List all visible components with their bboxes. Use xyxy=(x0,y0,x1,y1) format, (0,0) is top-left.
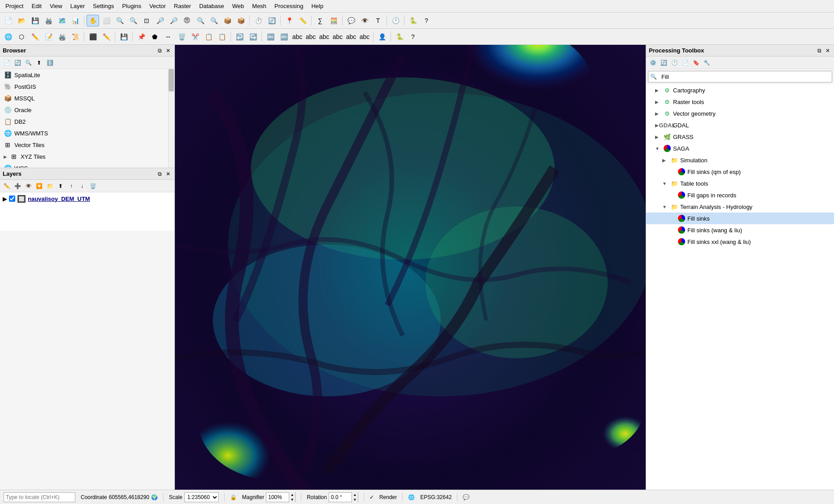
browser-info-btn[interactable]: ℹ️ xyxy=(45,58,55,68)
digitize-btn5[interactable]: 🖨️ xyxy=(56,31,68,43)
layers-delete-btn[interactable]: 🗑️ xyxy=(88,181,98,191)
menu-vector[interactable]: Vector xyxy=(146,2,169,10)
magnifier-spinbox[interactable]: 100% ▲ ▼ xyxy=(266,492,295,502)
menu-settings[interactable]: Settings xyxy=(89,2,117,10)
cut-features[interactable]: ✂️ xyxy=(189,31,201,43)
label-btn6[interactable]: abc xyxy=(331,31,344,43)
paste-features[interactable]: 📋 xyxy=(216,31,228,43)
browser-item-oracle[interactable]: 💿 Oracle xyxy=(0,104,174,116)
layers-open-btn[interactable]: ✏️ xyxy=(2,181,12,191)
browser-filter-btn[interactable]: 🔍 xyxy=(23,58,33,68)
map-tips[interactable]: 📦 xyxy=(221,15,234,26)
zoom-full-btn[interactable]: ⊡ xyxy=(140,15,153,26)
proc-bookmark-btn[interactable]: 🔖 xyxy=(691,58,701,68)
move-feature-btn[interactable]: ↔️ xyxy=(162,31,174,43)
proc-results-btn[interactable]: 📄 xyxy=(680,58,690,68)
menu-processing[interactable]: Processing xyxy=(271,2,307,10)
label-btn1[interactable]: 🔤 xyxy=(264,31,277,43)
add-poly-btn[interactable]: ⬟ xyxy=(148,31,161,43)
delete-selected[interactable]: 🗑️ xyxy=(175,31,188,43)
browser-item-mssql[interactable]: 📦 MSSQL xyxy=(0,92,174,104)
menu-mesh[interactable]: Mesh xyxy=(248,2,270,10)
rotation-up[interactable]: ▲ xyxy=(352,492,358,497)
tree-item-terrain-hydrology[interactable]: ▼ 📁 Terrain Analysis - Hydrology xyxy=(646,201,834,213)
pan-to-selection[interactable]: ⬜ xyxy=(100,15,113,26)
refresh-btn[interactable]: 🔄 xyxy=(265,15,278,26)
toolbox-search-input[interactable] xyxy=(659,74,832,80)
zoom-in-alt[interactable]: 🔍 xyxy=(194,15,207,26)
zoom-out-btn[interactable]: 🔍 xyxy=(127,15,139,26)
layers-close-btn[interactable]: ✕ xyxy=(165,170,172,178)
zoom-layer-btn[interactable]: 🔎 xyxy=(154,15,166,26)
digitize-btn1[interactable]: 🌐 xyxy=(2,31,14,43)
layer-dem-name[interactable]: nauvalisoy_DEM_UTM xyxy=(28,196,90,202)
add-feature-btn[interactable]: 📌 xyxy=(135,31,148,43)
save-project-btn[interactable]: 💾 xyxy=(29,15,41,26)
preview-btn[interactable]: 👁️ xyxy=(358,15,371,26)
layers-filter-btn[interactable]: 🔽 xyxy=(34,181,44,191)
layers-down-btn[interactable]: ↓ xyxy=(77,181,87,191)
digitize-btn2[interactable]: ⬡ xyxy=(15,31,28,43)
magnifier-up[interactable]: ▲ xyxy=(289,492,295,497)
text-btn[interactable]: T xyxy=(372,15,384,26)
browser-item-vector-tiles[interactable]: ⊞ Vector Tiles xyxy=(0,139,174,151)
label-btn2[interactable]: 🔤 xyxy=(278,31,290,43)
measure-btn[interactable]: 📏 xyxy=(296,15,309,26)
proc-recent-btn[interactable]: 🕐 xyxy=(669,58,679,68)
magnifier-down[interactable]: ▼ xyxy=(289,497,295,502)
rotation-spinbox[interactable]: 0.0 ° ▲ ▼ xyxy=(329,492,358,502)
layers-visibility-btn[interactable]: 👁️ xyxy=(23,181,33,191)
identify-btn[interactable]: ⏱️ xyxy=(252,15,265,26)
pan-tool[interactable]: ✋ xyxy=(87,15,99,26)
save-as-btn[interactable]: 🖨️ xyxy=(42,15,55,26)
proc-history-btn[interactable]: 🔄 xyxy=(659,58,669,68)
proc-settings-btn[interactable]: ⚙️ xyxy=(648,58,658,68)
python-btn[interactable]: 🐍 xyxy=(407,15,419,26)
help-btn2[interactable]: ? xyxy=(407,31,419,43)
menu-edit[interactable]: Edit xyxy=(28,2,45,10)
annotation-btn[interactable]: 💬 xyxy=(345,15,357,26)
layer-item-dem[interactable]: ▶ 🔲 nauvalisoy_DEM_UTM xyxy=(0,192,174,205)
tree-item-saga[interactable]: ▼ SAGA xyxy=(646,143,834,154)
menu-help[interactable]: Help xyxy=(308,2,327,10)
browser-scroll-thumb[interactable] xyxy=(169,69,174,91)
node-tool[interactable]: ⬛ xyxy=(87,31,99,43)
tree-item-fill-sinks[interactable]: ▶ Fill sinks xyxy=(646,213,834,224)
print-layout-btn[interactable]: 🗺️ xyxy=(56,15,68,26)
map-canvas[interactable] xyxy=(175,45,646,490)
menu-layer[interactable]: Layer xyxy=(67,2,89,10)
menu-project[interactable]: Project xyxy=(2,2,27,10)
open-project-btn[interactable]: 📂 xyxy=(15,15,28,26)
save-edits-btn[interactable]: 💾 xyxy=(117,31,130,43)
browser-item-spatialite[interactable]: 🗄️ SpatiaLite xyxy=(0,69,174,81)
temporal-btn[interactable]: 🕐 xyxy=(389,15,402,26)
rotation-down[interactable]: ▼ xyxy=(352,497,358,502)
browser-refresh-btn[interactable]: 🔄 xyxy=(13,58,22,68)
avatar-btn[interactable]: 👤 xyxy=(376,31,388,43)
proc-help-btn[interactable]: 🔧 xyxy=(702,58,712,68)
processing-float-btn[interactable]: ⧉ xyxy=(816,47,823,54)
label-btn3[interactable]: abc xyxy=(291,31,304,43)
browser-item-wms[interactable]: 🌐 WMS/WMTS xyxy=(0,127,174,139)
scale-select[interactable]: 1:235060 xyxy=(184,492,219,502)
browser-float-btn[interactable]: ⧉ xyxy=(156,47,163,54)
locate-input[interactable] xyxy=(4,492,75,502)
browser-add-btn[interactable]: 📄 xyxy=(2,58,12,68)
redo-btn[interactable]: ↪️ xyxy=(247,31,259,43)
copy-features[interactable]: 📋 xyxy=(202,31,215,43)
browser-item-db2[interactable]: 📋 DB2 xyxy=(0,116,174,127)
browser-item-wcs[interactable]: 🌐 WCS xyxy=(0,162,174,168)
py-btn2[interactable]: 🐍 xyxy=(393,31,406,43)
tree-item-fill-gaps[interactable]: ▶ Fill gaps in records xyxy=(646,189,834,201)
browser-item-xyz-tiles[interactable]: ▶ ⊞ XYZ Tiles xyxy=(0,151,174,162)
layers-group-btn[interactable]: 📁 xyxy=(45,181,55,191)
tree-item-vector-geometry[interactable]: ▶ ⚙ Vector geometry xyxy=(646,108,834,119)
browser-item-postgis[interactable]: 🐘 PostGIS xyxy=(0,81,174,92)
menu-view[interactable]: View xyxy=(46,2,66,10)
tree-item-gdal[interactable]: ▶ GDAL GDAL xyxy=(646,119,834,131)
browser-collapse-btn[interactable]: ⬆ xyxy=(34,58,44,68)
zoom-native-btn[interactable]: ⑪ xyxy=(181,15,193,26)
menu-raster[interactable]: Raster xyxy=(170,2,195,10)
layer-visibility-check[interactable] xyxy=(9,196,15,202)
browser-scrollbar[interactable] xyxy=(168,69,174,168)
